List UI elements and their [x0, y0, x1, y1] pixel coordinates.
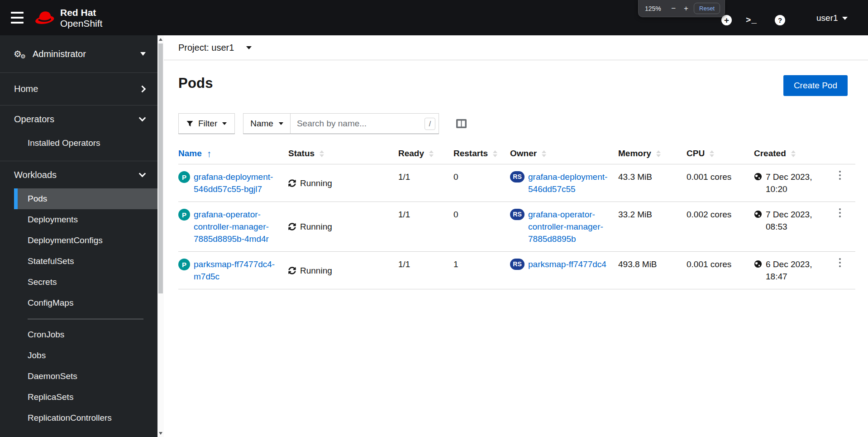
column-header-status[interactable]: Status: [288, 144, 398, 164]
table-header-row: Name ↑ Status Ready Restarts Owner Memor…: [178, 144, 855, 164]
sidebar-item-daemonsets[interactable]: DaemonSets: [0, 366, 157, 387]
terminal-icon: >_: [746, 15, 757, 25]
owner-link[interactable]: parksmap-ff7477dc4: [528, 258, 606, 270]
created-timestamp: 7 Dec 2023, 08:53: [766, 208, 813, 233]
caret-down-icon: [279, 122, 283, 125]
zoom-reset-button[interactable]: Reset: [694, 3, 720, 14]
menu-toggle[interactable]: [11, 12, 25, 24]
column-management-button[interactable]: [456, 119, 467, 130]
sidebar-item-configmaps[interactable]: ConfigMaps: [0, 293, 157, 313]
sidebar-item-deploymentconfigs[interactable]: DeploymentConfigs: [0, 230, 157, 251]
owner-link[interactable]: grafana-operator-controller-manager-7885…: [528, 208, 614, 245]
project-selector[interactable]: Project: user1: [178, 43, 252, 53]
chevron-right-icon: [139, 86, 146, 93]
nav-label: DaemonSets: [28, 371, 77, 381]
nav-label: Deployments: [28, 215, 78, 225]
search-attribute-label: Name: [250, 119, 273, 129]
sidebar-item-jobs[interactable]: Jobs: [0, 345, 157, 366]
caret-down-icon: [222, 122, 227, 125]
sidebar-item-workloads[interactable]: Workloads: [0, 161, 157, 188]
sidebar-item-replicationcontrollers[interactable]: ReplicationControllers: [0, 408, 157, 428]
page-title: Pods: [178, 75, 213, 91]
sidebar-item-secrets[interactable]: Secrets: [0, 272, 157, 293]
kebab-menu[interactable]: [835, 167, 845, 183]
web-terminal-button[interactable]: >_: [746, 15, 757, 25]
column-header-memory[interactable]: Memory: [618, 144, 687, 164]
pod-badge: P: [178, 259, 190, 270]
sidebar-item-installed-operators[interactable]: Installed Operators: [0, 133, 157, 154]
gears-icon: ⚙⚙: [14, 49, 27, 58]
redhat-fedora-icon: [34, 10, 56, 26]
sort-ascending-icon: ↑: [207, 149, 212, 158]
sidebar-item-operators[interactable]: Operators: [0, 106, 157, 133]
memory-cell: 43.3 MiB: [618, 164, 687, 202]
sidebar-item-statefulsets[interactable]: StatefulSets: [0, 251, 157, 272]
cpu-cell: 0.001 cores: [687, 252, 754, 289]
column-header-cpu[interactable]: CPU: [687, 144, 754, 164]
kebab-menu[interactable]: [835, 255, 845, 271]
pod-link[interactable]: parksmap-ff7477dc4-m7d5c: [194, 258, 284, 283]
restarts-cell: 1: [453, 252, 510, 289]
search-input[interactable]: [290, 113, 439, 134]
create-pod-button[interactable]: Create Pod: [783, 75, 848, 96]
sidebar-item-pods[interactable]: Pods: [14, 188, 157, 209]
pods-table: Name ↑ Status Ready Restarts Owner Memor…: [178, 144, 855, 289]
column-header-ready[interactable]: Ready: [398, 144, 453, 164]
nav-label: ConfigMaps: [28, 298, 73, 308]
sidebar: ⚙⚙ Administrator Home Operators Installe…: [0, 35, 157, 437]
redhat-openshift-logo: Red Hat OpenShift: [34, 7, 102, 29]
browser-zoom-popup: 125% − + Reset: [638, 0, 725, 17]
sync-icon: [288, 267, 296, 274]
column-header-restarts[interactable]: Restarts: [453, 144, 510, 164]
user-menu[interactable]: user1: [816, 13, 848, 23]
pod-link[interactable]: grafana-deployment-546dd57c55-bgjl7: [194, 171, 284, 195]
column-header-name[interactable]: Name ↑: [178, 144, 288, 164]
filter-dropdown[interactable]: Filter: [178, 113, 235, 134]
nav-label: CronJobs: [28, 330, 64, 340]
brand-product: OpenShift: [60, 18, 102, 29]
perspective-switcher[interactable]: ⚙⚙ Administrator: [0, 35, 157, 73]
table-row: P grafana-operator-controller-manager-78…: [178, 202, 855, 252]
scroll-down-arrow-icon[interactable]: [159, 432, 162, 435]
project-label: Project: user1: [178, 43, 234, 53]
chevron-down-icon: [842, 17, 848, 20]
scroll-up-arrow-icon[interactable]: [159, 38, 162, 41]
nav-label: StatefulSets: [28, 256, 74, 266]
sidebar-scrollbar[interactable]: [157, 35, 164, 437]
sidebar-item-home[interactable]: Home: [0, 73, 157, 106]
sidebar-item-cronjobs[interactable]: CronJobs: [0, 324, 157, 345]
memory-cell: 493.8 MiB: [618, 252, 687, 289]
hamburger-icon: [11, 12, 24, 14]
ready-cell: 1/1: [398, 202, 453, 251]
sync-icon: [288, 223, 296, 231]
quick-create-button[interactable]: +: [721, 15, 732, 25]
zoom-out-button[interactable]: −: [668, 4, 678, 13]
sort-icon: [493, 150, 497, 157]
cpu-cell: 0.001 cores: [687, 164, 754, 202]
help-button[interactable]: ?: [775, 15, 785, 25]
plus-circle-icon: +: [721, 15, 732, 25]
sidebar-item-replicasets[interactable]: ReplicaSets: [0, 387, 157, 408]
column-header-owner[interactable]: Owner: [510, 144, 618, 164]
search-attribute-dropdown[interactable]: Name: [243, 113, 291, 134]
pod-link[interactable]: grafana-operator-controller-manager-7885…: [194, 208, 284, 245]
nav-label: DeploymentConfigs: [28, 235, 103, 245]
kebab-menu[interactable]: [835, 205, 845, 221]
ready-cell: 1/1: [398, 252, 453, 289]
sort-icon: [656, 150, 661, 157]
nav-label: Jobs: [28, 351, 46, 360]
sort-icon: [429, 150, 434, 157]
sidebar-item-deployments[interactable]: Deployments: [0, 209, 157, 230]
owner-link[interactable]: grafana-deployment-546dd57c55: [528, 171, 614, 195]
pod-badge: P: [178, 209, 190, 221]
scrollbar-thumb[interactable]: [158, 43, 163, 293]
status-text: Running: [300, 221, 332, 233]
created-timestamp: 6 Dec 2023, 18:47: [766, 258, 813, 283]
nav-label: Workloads: [14, 170, 57, 180]
table-row: P grafana-deployment-546dd57c55-bgjl7 Ru…: [178, 164, 855, 202]
caret-down-icon: [246, 46, 252, 49]
zoom-in-button[interactable]: +: [681, 4, 691, 13]
column-header-created[interactable]: Created: [754, 144, 828, 164]
restarts-cell: 0: [453, 164, 510, 202]
table-row: P parksmap-ff7477dc4-m7d5c Running 1/1 1…: [178, 252, 855, 289]
